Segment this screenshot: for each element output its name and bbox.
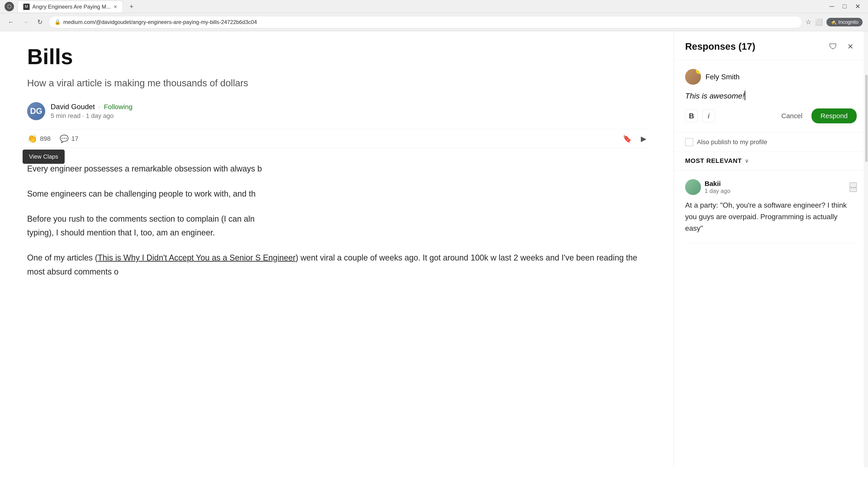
clap-button[interactable]: 👏 898 [27,134,51,143]
read-time: 5 min read [51,112,81,119]
article-meta: 5 min read · 1 day ago [51,112,132,120]
bold-button[interactable]: B [685,109,698,122]
article-subtitle: How a viral article is making me thousan… [27,78,647,89]
article-actions: 👏 898 View Claps 💬 17 🔖 ▶ [27,129,647,148]
scroll-thumb [865,75,868,162]
article-para-4: One of my articles (This is Why I Didn't… [27,251,647,278]
close-panel-button[interactable]: ✕ [844,40,857,53]
author-row: DG David Goudet · Following 5 min read ·… [27,102,647,120]
article-para-3: Before you rush to the comments section … [27,212,647,239]
window-maximize-button[interactable]: □ [839,2,850,11]
browser-tab-strip: ⬡ M Angry Engineers Are Paying M... ✕ + … [0,0,868,13]
compose-input-area[interactable]: This is awesome! [685,90,857,102]
comments-list: Bakii 1 day ago ··· At a party: "Oh, you… [674,170,868,467]
active-tab[interactable]: M Angry Engineers Are Paying M... ✕ [18,1,123,12]
author-info: David Goudet · Following 5 min read · 1 … [51,103,132,120]
tab-favicon: M [23,4,30,10]
author-avatar[interactable]: DG [27,102,45,120]
compose-area: ✦ Fely Smith This is awesome! B i Cancel… [674,60,868,133]
publish-label: Also publish to my profile [697,138,767,146]
listen-icon: ▶ [641,134,647,143]
incognito-badge: 🕵 Incognito [827,18,863,26]
panel-header-icons: 🛡 ✕ [827,40,857,53]
shield-icon: 🛡 [829,42,837,51]
incognito-icon: 🕵 [831,19,837,25]
responses-panel: Responses (17) 🛡 ✕ ✦ Fely Smith This [674,31,868,467]
comment-avatar-img [685,179,701,195]
comment-icon: 💬 [60,134,69,143]
window-minimize-button[interactable]: ─ [827,2,837,11]
article-para-1: Every engineer possesses a remarkable ob… [27,162,647,175]
url-text: medium.com/@davidgoudet/angry-engineers-… [63,19,796,25]
comment-count: 17 [71,135,79,142]
article-para-2: Some engineers can be challenging people… [27,187,647,201]
comment-text: At a party: "Oh, you're a software engin… [685,199,857,234]
article-title: Bills [27,45,647,69]
italic-button[interactable]: i [702,109,715,122]
respond-button[interactable]: Respond [811,108,857,123]
lock-icon: 🔒 [55,19,61,25]
author-avatar-img: DG [27,102,45,120]
compose-avatar: ✦ [685,69,701,85]
tab-group-button[interactable]: ⬡ [4,2,14,11]
comment-author[interactable]: Bakii [705,180,846,188]
shield-button[interactable]: 🛡 [827,40,839,53]
tab-close-icon[interactable]: ✕ [114,4,117,9]
text-cursor [745,91,745,100]
comment-avatar[interactable] [685,179,701,195]
cancel-button[interactable]: Cancel [777,109,807,123]
compose-user-row: ✦ Fely Smith [685,69,857,85]
clap-count: 898 [40,135,51,142]
meta-dot: · [82,112,86,119]
reload-button[interactable]: ↻ [34,17,45,28]
publish-checkbox[interactable] [685,138,693,146]
panel-header: Responses (17) 🛡 ✕ [674,31,868,60]
time-ago: 1 day ago [86,112,114,119]
tab-cast-icon[interactable]: ⬜ [815,18,823,26]
panel-title: Responses (17) [685,41,755,52]
incognito-label: Incognito [838,19,859,25]
tab-title: Angry Engineers Are Paying M... [32,4,111,10]
dot-separator: · [98,103,100,110]
compose-user-name: Fely Smith [706,73,740,81]
clap-tooltip-wrap: 👏 898 View Claps [27,134,51,143]
comment-button[interactable]: 💬 17 [60,134,79,143]
compose-toolbar: B i Cancel Respond [685,108,857,123]
back-button[interactable]: ← [5,17,16,28]
chevron-down-icon: ∨ [745,158,749,164]
listen-button[interactable]: ▶ [641,134,647,143]
close-icon: ✕ [847,42,854,51]
comment-item: Bakii 1 day ago ··· At a party: "Oh, you… [685,170,857,243]
comment-header: Bakii 1 day ago ··· [685,179,857,195]
article-link[interactable]: This is Why I Didn't Accept You as a Sen… [98,253,296,262]
article-area: Bills How a viral article is making me t… [0,31,674,467]
forward-button[interactable]: → [20,17,31,28]
bookmark-icon[interactable]: ☆ [806,18,811,26]
article-body: Every engineer possesses a remarkable ob… [27,162,647,279]
clap-icon: 👏 [27,134,37,143]
save-icon: 🔖 [623,134,632,143]
sort-label: MOST RELEVANT [685,157,742,164]
author-name[interactable]: David Goudet [51,103,95,111]
comment-more-button[interactable]: ··· [850,183,857,192]
scroll-track[interactable] [864,31,868,467]
comment-user-info: Bakii 1 day ago [705,180,846,195]
address-bar[interactable]: 🔒 medium.com/@davidgoudet/angry-engineer… [49,16,802,28]
save-button[interactable]: 🔖 [623,134,632,143]
clap-tooltip: View Claps [23,150,65,164]
new-tab-button[interactable]: + [127,2,136,11]
following-badge[interactable]: Following [104,103,132,111]
publish-row: Also publish to my profile [674,133,868,152]
comment-time: 1 day ago [705,188,846,195]
compose-actions: Cancel Respond [777,108,857,123]
compose-input-text: This is awesome! [685,92,745,100]
window-close-button[interactable]: ✕ [852,2,864,11]
sort-row[interactable]: MOST RELEVANT ∨ [674,152,868,170]
